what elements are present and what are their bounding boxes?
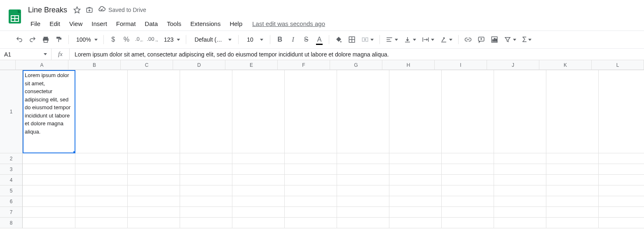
cell-I6[interactable] [442, 196, 494, 207]
cell-J5[interactable] [494, 185, 546, 196]
cell-F3[interactable] [285, 164, 337, 175]
cell-E5[interactable] [232, 185, 285, 196]
menu-data[interactable]: Data [141, 19, 162, 29]
cell-L2[interactable] [599, 153, 644, 164]
cell-A7[interactable] [23, 207, 75, 218]
cell-C6[interactable] [128, 196, 180, 207]
menu-file[interactable]: File [26, 19, 44, 29]
cell-A8[interactable] [23, 218, 75, 228]
cell-C2[interactable] [128, 153, 180, 164]
column-header-A[interactable]: A [16, 60, 68, 70]
decrease-decimal-button[interactable]: .0← [133, 33, 146, 46]
cell-H3[interactable] [389, 164, 442, 175]
move-icon[interactable] [85, 6, 94, 14]
cell-F7[interactable] [285, 207, 337, 218]
column-header-K[interactable]: K [539, 60, 592, 70]
cell-F1[interactable] [285, 70, 337, 153]
menu-extensions[interactable]: Extensions [186, 19, 225, 29]
cell-K5[interactable] [546, 185, 599, 196]
print-button[interactable] [40, 33, 52, 46]
cell-D8[interactable] [180, 218, 232, 228]
cell-K7[interactable] [546, 207, 599, 218]
insert-comment-button[interactable] [475, 33, 487, 46]
cell-I8[interactable] [442, 218, 494, 228]
cell-B6[interactable] [75, 196, 128, 207]
cell-I3[interactable] [442, 164, 494, 175]
cell-F4[interactable] [285, 175, 337, 185]
cell-A4[interactable] [23, 175, 75, 185]
cell-F5[interactable] [285, 185, 337, 196]
cell-J1[interactable] [494, 70, 546, 153]
cell-L8[interactable] [599, 218, 644, 228]
column-header-H[interactable]: H [382, 60, 435, 70]
currency-button[interactable]: $ [107, 33, 119, 46]
paint-format-button[interactable] [53, 33, 65, 46]
strikethrough-button[interactable]: S [300, 33, 312, 46]
cell-L6[interactable] [599, 196, 644, 207]
bold-button[interactable]: B [274, 33, 286, 46]
number-format-dropdown[interactable]: 123 [160, 33, 183, 46]
cell-E6[interactable] [232, 196, 285, 207]
cells-area[interactable]: Lorem ipsum dolor sit amet, consectetur … [23, 70, 644, 228]
cell-C4[interactable] [128, 175, 180, 185]
cell-B4[interactable] [75, 175, 128, 185]
menu-tools[interactable]: Tools [163, 19, 185, 29]
selection-handle[interactable] [73, 151, 75, 153]
cell-H2[interactable] [389, 153, 442, 164]
cell-F8[interactable] [285, 218, 337, 228]
cell-H4[interactable] [389, 175, 442, 185]
cell-E7[interactable] [232, 207, 285, 218]
formula-input[interactable]: Lorem ipsum dolor sit amet, consectetur … [70, 49, 644, 60]
cell-B1[interactable] [75, 70, 128, 153]
row-header-5[interactable]: 5 [0, 185, 23, 196]
cell-E4[interactable] [232, 175, 285, 185]
text-wrap-dropdown[interactable] [419, 33, 437, 46]
cell-C1[interactable] [128, 70, 180, 153]
cell-K6[interactable] [546, 196, 599, 207]
cell-F6[interactable] [285, 196, 337, 207]
cell-E8[interactable] [232, 218, 285, 228]
cell-C7[interactable] [128, 207, 180, 218]
cell-I4[interactable] [442, 175, 494, 185]
menu-help[interactable]: Help [225, 19, 246, 29]
undo-button[interactable] [13, 33, 26, 46]
row-header-4[interactable]: 4 [0, 175, 23, 185]
cell-J6[interactable] [494, 196, 546, 207]
column-header-F[interactable]: F [278, 60, 330, 70]
column-header-C[interactable]: C [121, 60, 173, 70]
font-dropdown[interactable]: Default (Ari... [190, 33, 235, 46]
star-icon[interactable] [73, 6, 81, 14]
cell-H1[interactable] [389, 70, 442, 153]
cell-A3[interactable] [23, 164, 75, 175]
cell-H5[interactable] [389, 185, 442, 196]
cell-E3[interactable] [232, 164, 285, 175]
insert-link-button[interactable] [462, 33, 474, 46]
zoom-dropdown[interactable]: 100% [72, 33, 100, 46]
increase-decimal-button[interactable]: .00→ [147, 33, 159, 46]
horizontal-align-dropdown[interactable] [383, 33, 400, 46]
column-header-E[interactable]: E [225, 60, 278, 70]
cell-K3[interactable] [546, 164, 599, 175]
row-header-2[interactable]: 2 [0, 153, 23, 164]
cell-L4[interactable] [599, 175, 644, 185]
cell-D4[interactable] [180, 175, 232, 185]
cell-G1[interactable] [337, 70, 389, 153]
text-rotation-dropdown[interactable] [438, 33, 455, 46]
cell-C8[interactable] [128, 218, 180, 228]
text-color-button[interactable]: A [313, 33, 326, 46]
cell-G2[interactable] [337, 153, 389, 164]
fill-color-button[interactable] [333, 33, 345, 46]
column-header-G[interactable]: G [330, 60, 382, 70]
row-header-7[interactable]: 7 [0, 207, 23, 218]
cell-A5[interactable] [23, 185, 75, 196]
cell-L7[interactable] [599, 207, 644, 218]
document-title[interactable]: Line Breaks [26, 5, 69, 15]
cell-H7[interactable] [389, 207, 442, 218]
functions-dropdown[interactable]: Σ [520, 33, 534, 46]
cell-B5[interactable] [75, 185, 128, 196]
column-header-I[interactable]: I [435, 60, 487, 70]
redo-button[interactable] [26, 33, 39, 46]
menu-edit[interactable]: Edit [45, 19, 64, 29]
cell-D2[interactable] [180, 153, 232, 164]
cell-D7[interactable] [180, 207, 232, 218]
